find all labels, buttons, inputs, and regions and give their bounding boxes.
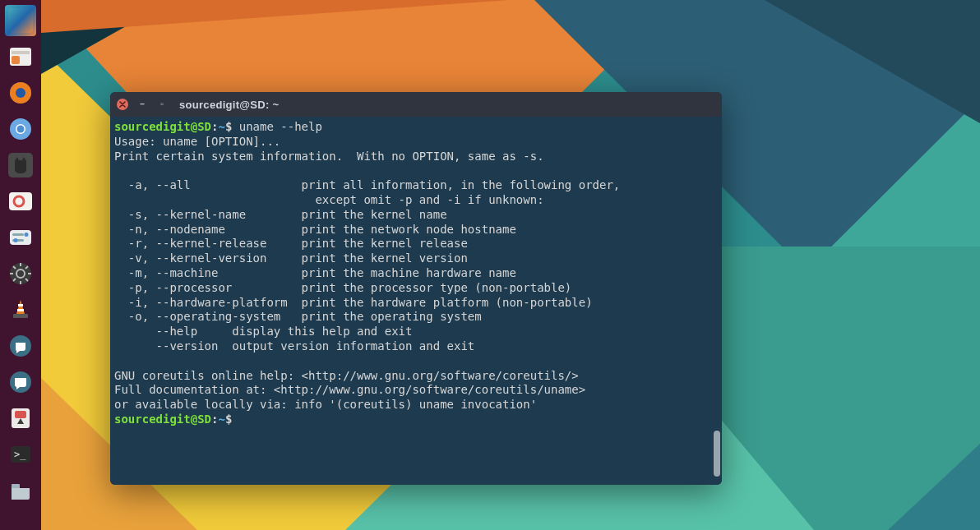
svg-point-20 — [17, 126, 25, 133]
settings-icon[interactable] — [5, 258, 36, 289]
svg-point-17 — [16, 88, 25, 98]
prompt2-sigil: $ — [225, 412, 232, 426]
terminal-body[interactable]: sourcedigit@SD:~$ uname --help Usage: un… — [110, 117, 722, 485]
svg-point-28 — [14, 238, 18, 242]
svg-marker-39 — [16, 300, 25, 314]
chat2-icon[interactable] — [5, 366, 36, 398]
svg-point-27 — [25, 233, 29, 237]
minimize-icon[interactable]: – — [136, 99, 148, 110]
svg-rect-46 — [15, 411, 26, 418]
cmd1-output: Usage: uname [OPTION]... Print certain s… — [114, 135, 620, 411]
prompt-sigil: $ — [225, 120, 232, 133]
svg-rect-24 — [10, 230, 31, 245]
terminal-window[interactable]: – ▫ sourcedigit@SD: ~ sourcedigit@SD:~$ … — [110, 92, 722, 485]
prompt-path: ~ — [218, 120, 224, 133]
show-desktop-icon[interactable] — [5, 5, 36, 36]
prompt2-user: sourcedigit@SD — [114, 412, 211, 426]
prompt2-path: ~ — [218, 412, 224, 426]
cmd1: uname --help — [239, 120, 322, 133]
chromium-icon[interactable] — [5, 113, 36, 145]
desktop: >_ – ▫ sourcedigit@SD: ~ sourcedigit@SD:… — [0, 0, 980, 530]
svg-rect-40 — [18, 304, 23, 306]
window-title: sourcedigit@SD: ~ — [179, 99, 279, 111]
files-icon[interactable] — [5, 41, 36, 72]
maximize-icon[interactable]: ▫ — [156, 99, 168, 110]
svg-rect-12 — [8, 8, 33, 33]
dock: >_ — [0, 0, 41, 530]
titlebar[interactable]: – ▫ sourcedigit@SD: ~ — [110, 92, 722, 117]
firefox-icon[interactable] — [5, 77, 36, 108]
close-icon[interactable] — [117, 99, 128, 110]
vlc-icon[interactable] — [5, 294, 36, 325]
cat-icon[interactable] — [5, 150, 36, 181]
svg-rect-50 — [12, 484, 20, 488]
svg-rect-22 — [9, 192, 32, 210]
svg-text:>_: >_ — [14, 449, 26, 460]
terminal-icon[interactable]: >_ — [5, 439, 36, 470]
svg-rect-15 — [12, 56, 20, 64]
svg-rect-25 — [12, 233, 24, 236]
chat-icon[interactable] — [5, 330, 36, 362]
folder-icon[interactable] — [5, 475, 36, 506]
transmission-icon[interactable] — [5, 403, 36, 434]
tweaks-icon[interactable] — [5, 222, 36, 253]
screenshot-icon[interactable] — [5, 186, 36, 217]
scrollbar[interactable] — [714, 431, 720, 477]
svg-rect-14 — [12, 51, 30, 54]
svg-rect-41 — [17, 309, 24, 311]
prompt-user: sourcedigit@SD — [114, 120, 211, 133]
svg-rect-42 — [13, 314, 28, 318]
